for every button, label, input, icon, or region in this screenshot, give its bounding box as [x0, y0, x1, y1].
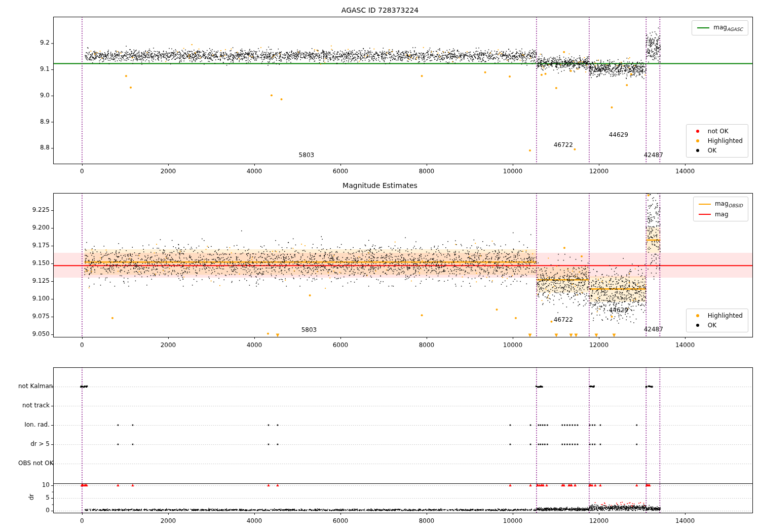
legend-item-label: not OK	[708, 128, 729, 135]
legend-label-subscript: AGASC	[727, 27, 743, 32]
plot3-x-tick-label: 0	[62, 517, 102, 524]
plot2-x-tick-label: 14000	[665, 341, 705, 349]
plot3-x-tick-label: 10000	[492, 517, 533, 524]
plot1-obsid-annotation: 46722	[541, 141, 586, 148]
plot2-y-tick-label: 9.125	[18, 277, 50, 284]
legend-item: mag	[699, 211, 743, 218]
plot1-title: AGASC ID 728373224	[0, 6, 760, 14]
plot3-dr-axis-label: dr	[28, 494, 35, 501]
legend-item: magOBSID	[699, 200, 743, 208]
plot2-obsid-annotation: 44629	[596, 307, 641, 314]
legend-item: OK	[692, 322, 743, 329]
plot1-x-tick-label: 10000	[492, 168, 533, 175]
legend-item-label: mag	[715, 211, 729, 218]
plot1-x-tick-label: 8000	[406, 168, 447, 175]
plot1-x-tick-label: 0	[62, 168, 102, 175]
legend-dot-swatch	[692, 149, 704, 152]
plot3-x-tick-label: 2000	[148, 517, 188, 524]
legend-dot-swatch	[692, 139, 704, 142]
plot1-obsid-annotation: 44629	[596, 131, 641, 138]
legend-dot-swatch	[692, 324, 704, 327]
plot1-x-tick-label: 2000	[148, 168, 188, 175]
legend-item-label: magAGASC	[713, 24, 743, 32]
plot3-x-tick-label: 12000	[579, 517, 619, 524]
legend-marker	[696, 314, 699, 317]
plot2-y-tick-label: 9.225	[18, 206, 50, 213]
plot3-x-tick-label: 4000	[234, 517, 275, 524]
legend-item-label: Highlighted	[708, 137, 743, 144]
plot3-category-label: OBS not OK	[18, 460, 50, 467]
plot3-x-tick-label: 14000	[665, 517, 705, 524]
plot2-obsid-annotation: 46722	[541, 316, 586, 323]
plot1-legend-magagasc: magAGASC	[692, 20, 748, 35]
legend-item: OK	[692, 147, 743, 154]
plot2-x-tick-label: 10000	[492, 341, 533, 349]
plot2-obsid-annotation: 5803	[286, 326, 332, 333]
plot3-category-label: not track	[18, 402, 50, 409]
legend-item-label: Highlighted	[708, 312, 743, 319]
legend-label-subscript: OBSID	[729, 203, 743, 208]
plot1-legend-status: not OKHighlightedOK	[686, 124, 748, 158]
plot3-dr-tick-label: 10	[18, 481, 50, 488]
plot1-obsid-annotation: 42487	[631, 151, 676, 159]
plot1-y-tick-label: 9.2	[18, 39, 50, 46]
plot1-x-tick-label: 14000	[665, 168, 705, 175]
plot1-x-tick-label: 12000	[579, 168, 619, 175]
plot2-y-tick-label: 9.075	[18, 313, 50, 320]
legend-marker	[696, 324, 699, 327]
legend-marker	[696, 139, 699, 142]
legend-item: magAGASC	[697, 24, 743, 32]
plot2-legend-lines: magOBSIDmag	[693, 197, 748, 221]
legend-item-label: OK	[708, 147, 716, 154]
plot2-y-tick-label: 9.050	[18, 330, 50, 337]
plot2-x-tick-label: 4000	[234, 341, 275, 349]
legend-line-swatch	[699, 214, 711, 215]
legend-marker	[696, 130, 699, 133]
legend-marker	[699, 214, 711, 215]
plot3-dr-tick-label: 0	[18, 507, 50, 514]
legend-item-label: magOBSID	[715, 200, 743, 208]
legend-item: not OK	[692, 128, 743, 135]
legend-line-swatch	[699, 204, 711, 205]
plot3-x-tick-label: 8000	[406, 517, 447, 524]
plot2-legend-status: HighlightedOK	[686, 309, 748, 332]
plot3-category-label: Ion. rad.	[18, 421, 50, 428]
plot1-x-tick-label: 6000	[320, 168, 361, 175]
plot3-category-label: not Kalman	[18, 383, 50, 390]
plot2-y-tick-label: 9.175	[18, 242, 50, 249]
plot2-title: Magnitude Estimates	[0, 181, 760, 189]
plot1-obsid-annotation: 5803	[284, 151, 329, 159]
plot1-y-tick-label: 8.9	[18, 118, 50, 125]
plots-canvas	[0, 0, 760, 532]
plot2-x-tick-label: 8000	[406, 341, 447, 349]
plot1-y-tick-label: 9.0	[18, 92, 50, 99]
legend-item: Highlighted	[692, 312, 743, 319]
figure: AGASC ID 728373224 Magnitude Estimates 0…	[0, 0, 760, 532]
plot1-y-tick-label: 9.1	[18, 65, 50, 72]
legend-dot-swatch	[692, 130, 704, 133]
plot2-obsid-annotation: 42487	[631, 326, 676, 333]
legend-dot-swatch	[692, 314, 704, 317]
plot2-y-tick-label: 9.150	[18, 259, 50, 267]
plot2-x-tick-label: 0	[62, 341, 102, 349]
plot1-y-tick-label: 8.8	[18, 144, 50, 151]
legend-item-label: OK	[708, 322, 716, 329]
plot2-y-tick-label: 9.200	[18, 224, 50, 231]
legend-item: Highlighted	[692, 137, 743, 144]
plot2-x-tick-label: 2000	[148, 341, 188, 349]
legend-marker	[696, 149, 699, 152]
plot3-category-label: dr > 5	[18, 440, 50, 447]
legend-marker	[699, 204, 711, 205]
legend-line-swatch	[697, 27, 709, 28]
plot2-x-tick-label: 6000	[320, 341, 361, 349]
plot2-x-tick-label: 12000	[579, 341, 619, 349]
legend-marker	[697, 27, 709, 28]
plot2-y-tick-label: 9.100	[18, 295, 50, 302]
plot1-x-tick-label: 4000	[234, 168, 275, 175]
plot3-x-tick-label: 6000	[320, 517, 361, 524]
